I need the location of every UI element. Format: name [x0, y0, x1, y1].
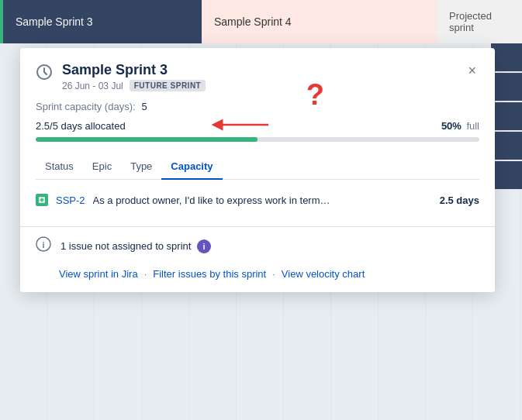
- popup-header-left: Sample Sprint 3 26 Jun - 03 Jul FUTURE S…: [36, 62, 206, 91]
- future-sprint-badge: FUTURE SPRINT: [130, 80, 206, 91]
- action-links: View sprint in Jira · Filter issues by t…: [36, 268, 479, 280]
- full-label: full: [466, 120, 479, 132]
- popup-title-area: Sample Sprint 3 26 Jun - 03 Jul FUTURE S…: [62, 62, 206, 91]
- divider: [20, 226, 495, 227]
- popup-title: Sample Sprint 3: [62, 62, 206, 78]
- filter-issues-link[interactable]: Filter issues by this sprint: [153, 268, 266, 280]
- red-arrow: [206, 112, 276, 137]
- allocated-text: 2.5/5 days allocated: [36, 120, 126, 132]
- sprint-tab-2[interactable]: Sample Sprint 4: [202, 0, 437, 43]
- unassigned-text: 1 issue not assigned to sprint i: [60, 239, 479, 253]
- capacity-value: 5: [142, 101, 147, 112]
- dot-separator-1: ·: [144, 268, 147, 280]
- right-strips: [491, 43, 522, 420]
- issue-days: 2.5 days: [440, 195, 479, 206]
- issue-key[interactable]: SSP-2: [56, 195, 85, 206]
- tab-capacity[interactable]: Capacity: [161, 154, 222, 180]
- issue-type-icon: [36, 194, 48, 206]
- svg-text:i: i: [42, 240, 44, 250]
- question-mark-annotation: ?: [306, 78, 324, 112]
- view-velocity-link[interactable]: View velocity chart: [282, 268, 365, 280]
- timeline-bar: Sample Sprint 3 Sample Sprint 4 Projecte…: [0, 0, 522, 43]
- issue-row: SSP-2 As a product owner, I'd like to ex…: [36, 189, 479, 211]
- tabs-row: Status Epic Type Capacity: [36, 154, 479, 180]
- unassigned-label: 1 issue not assigned to sprint: [60, 240, 191, 252]
- tab-status[interactable]: Status: [36, 154, 83, 180]
- unassigned-badge: i: [197, 239, 211, 253]
- tab-epic[interactable]: Epic: [83, 154, 121, 180]
- progress-section: 2.5/5 days allocated ? 50% full: [36, 119, 479, 142]
- progress-bar-fill: [36, 137, 258, 142]
- issue-summary: As a product owner, I'd like to express …: [93, 195, 432, 206]
- capacity-row: Sprint capacity (days): 5: [36, 101, 479, 112]
- sprint-tab-1[interactable]: Sample Sprint 3: [0, 0, 202, 43]
- percent-full: 50% full: [441, 119, 479, 133]
- percent-value: 50%: [441, 120, 462, 132]
- view-sprint-link[interactable]: View sprint in Jira: [59, 268, 138, 280]
- sprint-tab-1-label: Sample Sprint 3: [16, 15, 93, 28]
- sprint-tab-2-label: Sample Sprint 4: [214, 15, 292, 28]
- sprint-icon: [36, 64, 53, 84]
- bottom-section: i 1 issue not assigned to sprint i View …: [20, 236, 495, 292]
- progress-info: 2.5/5 days allocated ? 50% full: [36, 119, 479, 133]
- tab-type[interactable]: Type: [121, 154, 161, 180]
- info-icon: i: [36, 236, 51, 256]
- unassigned-row: i 1 issue not assigned to sprint i: [36, 236, 479, 256]
- progress-bar: [36, 137, 479, 142]
- popup-body: Sprint capacity (days): 5 2.5/5 days all…: [20, 98, 495, 211]
- sprint-tab-3-label: Projected sprint: [449, 10, 510, 33]
- sprint-popup: Sample Sprint 3 26 Jun - 03 Jul FUTURE S…: [20, 48, 495, 292]
- popup-subtitle: 26 Jun - 03 Jul FUTURE SPRINT: [62, 80, 206, 91]
- capacity-label: Sprint capacity (days):: [36, 101, 136, 112]
- popup-date: 26 Jun - 03 Jul: [62, 81, 123, 91]
- dot-separator-2: ·: [272, 268, 275, 280]
- close-button[interactable]: ×: [465, 62, 479, 79]
- popup-header: Sample Sprint 3 26 Jun - 03 Jul FUTURE S…: [20, 48, 495, 98]
- sprint-tab-3[interactable]: Projected sprint: [437, 0, 522, 43]
